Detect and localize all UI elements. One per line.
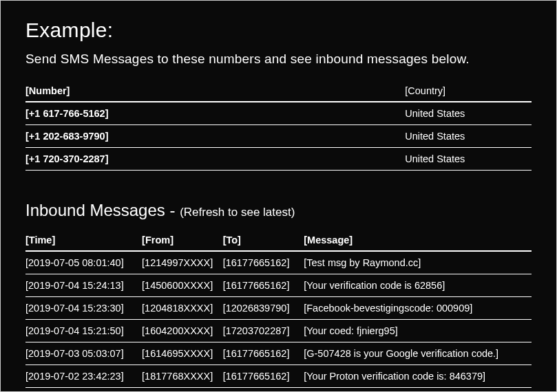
cell-to: [16177665162] — [223, 342, 304, 365]
cell-time: [2019-07-03 05:03:07] — [25, 342, 142, 365]
header-number: [Number] — [25, 80, 405, 102]
country: United States — [405, 125, 532, 148]
inbound-hint: (Refresh to see latest) — [180, 206, 295, 219]
cell-message: [G-507428 is your Google verification co… — [304, 342, 532, 365]
table-header-row: [Number] [Country] — [25, 80, 532, 102]
cell-message: [Your coed: fjnierg95] — [304, 320, 532, 342]
table-row: [+1 617-766-5162] United States — [25, 102, 532, 125]
header-message: [Message] — [304, 230, 532, 251]
example-heading: Example: — [25, 19, 532, 42]
cell-time: [2019-07-02 23:42:23] — [25, 365, 142, 388]
cell-to: [16177665162] — [223, 274, 304, 297]
inbound-heading: Inbound Messages - (Refresh to see lates… — [25, 201, 532, 220]
cell-from: [1604200XXXX] — [142, 320, 223, 342]
app-panel: Example: Send SMS Messages to these numb… — [0, 0, 557, 392]
inbound-title-text: Inbound Messages - — [25, 201, 180, 219]
table-header-row: [Time] [From] [To] [Message] — [25, 230, 532, 251]
example-subtitle: Send SMS Messages to these numbers and s… — [25, 52, 532, 67]
cell-to: [12026839790] — [223, 297, 304, 320]
phone-number: [+1 720-370-2287] — [25, 148, 405, 171]
table-row: [2019-07-03 05:03:07] [1614695XXXX] [161… — [25, 342, 532, 365]
cell-time: [2019-07-04 15:24:13] — [25, 274, 142, 297]
cell-to: [16177665162] — [223, 365, 304, 388]
cell-message: [Your Proton verification code is: 84637… — [304, 365, 532, 388]
messages-table: [Time] [From] [To] [Message] [2019-07-05… — [25, 230, 532, 388]
cell-from: [1214997XXXX] — [142, 251, 223, 274]
header-time: [Time] — [25, 230, 142, 251]
numbers-table: [Number] [Country] [+1 617-766-5162] Uni… — [25, 80, 532, 171]
header-to: [To] — [223, 230, 304, 251]
phone-number: [+1 617-766-5162] — [25, 102, 405, 125]
cell-time: [2019-07-04 15:23:30] — [25, 297, 142, 320]
cell-from: [1614695XXXX] — [142, 342, 223, 365]
table-row: [2019-07-04 15:24:13] [1450600XXXX] [161… — [25, 274, 532, 297]
cell-to: [16177665162] — [223, 251, 304, 274]
table-row: [+1 720-370-2287] United States — [25, 148, 532, 171]
country: United States — [405, 102, 532, 125]
phone-number: [+1 202-683-9790] — [25, 125, 405, 148]
cell-message: [Test msg by Raymond.cc] — [304, 251, 532, 274]
cell-from: [1204818XXXX] — [142, 297, 223, 320]
header-from: [From] — [142, 230, 223, 251]
cell-time: [2019-07-05 08:01:40] — [25, 251, 142, 274]
cell-to: [17203702287] — [223, 320, 304, 342]
inbound-section: Inbound Messages - (Refresh to see lates… — [25, 201, 532, 388]
country: United States — [405, 148, 532, 171]
table-row: [2019-07-02 23:42:23] [1817768XXXX] [161… — [25, 365, 532, 388]
table-row: [2019-07-04 15:21:50] [1604200XXXX] [172… — [25, 320, 532, 342]
table-row: [2019-07-04 15:23:30] [1204818XXXX] [120… — [25, 297, 532, 320]
table-row: [+1 202-683-9790] United States — [25, 125, 532, 148]
cell-from: [1450600XXXX] — [142, 274, 223, 297]
cell-message: [Facebook-bevestigingscode: 000909] — [304, 297, 532, 320]
cell-message: [Your verification code is 62856] — [304, 274, 532, 297]
cell-time: [2019-07-04 15:21:50] — [25, 320, 142, 342]
table-row: [2019-07-05 08:01:40] [1214997XXXX] [161… — [25, 251, 532, 274]
cell-from: [1817768XXXX] — [142, 365, 223, 388]
header-country: [Country] — [405, 80, 532, 102]
